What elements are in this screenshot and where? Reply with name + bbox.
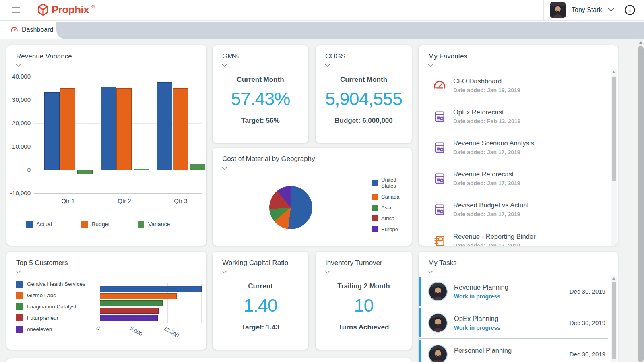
prophix-cube-icon — [37, 3, 49, 16]
legend-label: Asia — [381, 205, 391, 211]
kpi-period-label: Current Month — [316, 76, 412, 84]
y-tick-label: 10,000 — [7, 143, 31, 150]
x-tick-label: 0 — [95, 325, 101, 332]
dashboard-gauge-icon — [10, 26, 18, 33]
bar-actual — [44, 92, 60, 170]
chevron-down-icon[interactable] — [221, 270, 229, 275]
task-item[interactable]: OpEx PlanningWork in progressDec 30, 201… — [419, 307, 608, 339]
favorite-date-added: Date added: Jan 19, 2019 — [453, 87, 520, 93]
legend-swatch — [16, 326, 23, 333]
legend-label: Variance — [148, 221, 170, 228]
card-inventory-turnover: Inventory Turnover Trailing 2 Month 10 T… — [316, 252, 412, 350]
chevron-down-icon[interactable] — [15, 64, 23, 68]
legend-label: Europe — [381, 226, 398, 232]
bar-variance — [190, 164, 205, 170]
bar-variance — [77, 170, 93, 174]
scroll-up-arrow-icon[interactable] — [612, 71, 615, 73]
favorites-list: CFO DashboardDate added: Jan 19, 2019OpE… — [419, 70, 608, 246]
card-cost-of-material: Cost of Material by Geography United Sta… — [213, 148, 412, 246]
chevron-down-icon[interactable] — [221, 166, 229, 171]
chevron-down-icon[interactable] — [324, 64, 332, 68]
user-menu[interactable]: Tony Stark — [543, 0, 614, 20]
scrollbar-thumb[interactable] — [612, 77, 616, 181]
brand-registered-mark: ® — [91, 4, 95, 9]
favorite-item[interactable]: Revenue ReforecastDate added: Jan 17, 20… — [433, 163, 608, 194]
favorite-title: Revenue Scenario Analysis — [453, 139, 534, 147]
card-title: Top 5 Customers — [16, 259, 68, 267]
y-tick-label: 20,000 — [7, 120, 31, 126]
chevron-down-icon[interactable] — [324, 270, 332, 275]
legend-swatch — [372, 180, 378, 186]
favorite-item[interactable]: Revenue - Reporting BinderDate added: Ja… — [433, 225, 608, 246]
prophix-logo[interactable]: Prophix ® — [37, 3, 95, 16]
x-tick-label: Qtr 2 — [100, 197, 149, 204]
tab-strip-empty-area — [56, 22, 644, 39]
favorites-scrollbar[interactable] — [611, 69, 617, 246]
kpi-target-label: Budget: 6,000,000 — [316, 117, 412, 125]
card-title: Working Capital Ratio — [222, 259, 288, 267]
legend-swatch — [16, 281, 23, 288]
scroll-up-arrow-icon[interactable] — [639, 41, 642, 44]
card-title: GM% — [222, 52, 239, 60]
task-item-text: Revenue PlanningWork in progress — [454, 283, 570, 300]
menu-icon[interactable] — [12, 7, 20, 13]
favorite-title: Revenue - Reporting Binder — [453, 233, 536, 240]
favorite-item-text: OpEx ReforecastDate added: Feb 13, 2019 — [453, 108, 520, 124]
favorite-item-text: Revenue - Reporting BinderDate added: Ja… — [453, 233, 536, 246]
user-name: Tony Stark — [572, 6, 602, 14]
chevron-down-icon[interactable] — [221, 64, 229, 68]
scroll-up-arrow-icon[interactable] — [612, 277, 615, 280]
chevron-down-icon[interactable] — [427, 64, 435, 68]
legend-label: Actual — [36, 221, 52, 228]
legend-item: United States — [372, 177, 412, 189]
legend-swatch — [16, 292, 23, 299]
brand-name: Prophix — [52, 4, 89, 16]
favorite-item[interactable]: Revenue Scenario AnalysisDate added: Jan… — [433, 132, 608, 163]
task-item[interactable]: Personnel PlanningDec 30, 2019 — [419, 339, 608, 362]
favorite-item-text: Revenue Scenario AnalysisDate added: Jan… — [453, 139, 534, 155]
card-revenue-variance: Revenue Variance 40,00030,00020,00010,00… — [6, 45, 206, 246]
kpi-period-label: Trailing 2 Month — [316, 282, 412, 290]
kpi-target-label: Target: 56% — [213, 117, 308, 125]
task-title: OpEx Planning — [454, 315, 570, 323]
favorite-date-added: Date added: Jan 17, 2019 — [453, 211, 528, 217]
legend-label: Africa — [381, 215, 394, 221]
legend-item: Canada — [372, 194, 412, 200]
kpi-value: 5,904,555 — [316, 89, 412, 110]
favorite-item[interactable]: CFO DashboardDate added: Jan 19, 2019 — [433, 70, 608, 101]
card-title: Inventory Turnover — [325, 259, 382, 267]
kpi-value: 1.40 — [213, 295, 308, 316]
gridline — [34, 193, 202, 194]
avatar — [428, 313, 448, 333]
favorite-title: OpEx Reforecast — [453, 108, 520, 116]
bar-budget — [60, 88, 75, 170]
page-scrollbar[interactable] — [638, 39, 644, 362]
chevron-down-icon[interactable] — [15, 270, 23, 275]
kpi-value: 10 — [316, 295, 412, 316]
task-item-text: OpEx PlanningWork in progress — [454, 315, 570, 331]
favorite-item[interactable]: OpEx ReforecastDate added: Feb 13, 2019 — [433, 101, 608, 132]
task-item[interactable]: Revenue PlanningWork in progressDec 30, … — [419, 276, 608, 307]
legend-item: Actual — [26, 221, 52, 228]
info-icon — [624, 4, 636, 16]
bar-customer — [100, 286, 202, 292]
task-due-date: Dec 30, 2019 — [570, 319, 605, 326]
x-tick-label: Qtr 1 — [44, 197, 92, 204]
card-my-tasks: My Tasks Revenue PlanningWork in progres… — [419, 252, 618, 362]
tasks-scrollbar[interactable] — [611, 276, 617, 362]
info-button[interactable] — [615, 0, 644, 20]
tab-dashboard[interactable]: Dashboard — [0, 20, 56, 39]
scrollbar-thumb[interactable] — [612, 282, 616, 359]
scrollbar-thumb[interactable] — [638, 46, 644, 362]
y-tick-label: 0 — [7, 166, 31, 173]
card-title: My Favorites — [428, 52, 467, 60]
y-tick-label: 40,000 — [7, 73, 31, 80]
report-icon — [433, 141, 446, 154]
favorite-item-text: CFO DashboardDate added: Jan 19, 2019 — [453, 77, 520, 93]
chevron-down-icon[interactable] — [427, 270, 435, 275]
x-tick-label: 5,000 — [129, 325, 144, 337]
favorite-item[interactable]: Revised Budget vs ActualDate added: Jan … — [433, 194, 608, 225]
cost-geography-pie-chart — [269, 186, 312, 229]
top5-legend: Gentiva Health ServicesGizmo LabsImagina… — [16, 281, 85, 337]
report-icon — [433, 110, 446, 123]
